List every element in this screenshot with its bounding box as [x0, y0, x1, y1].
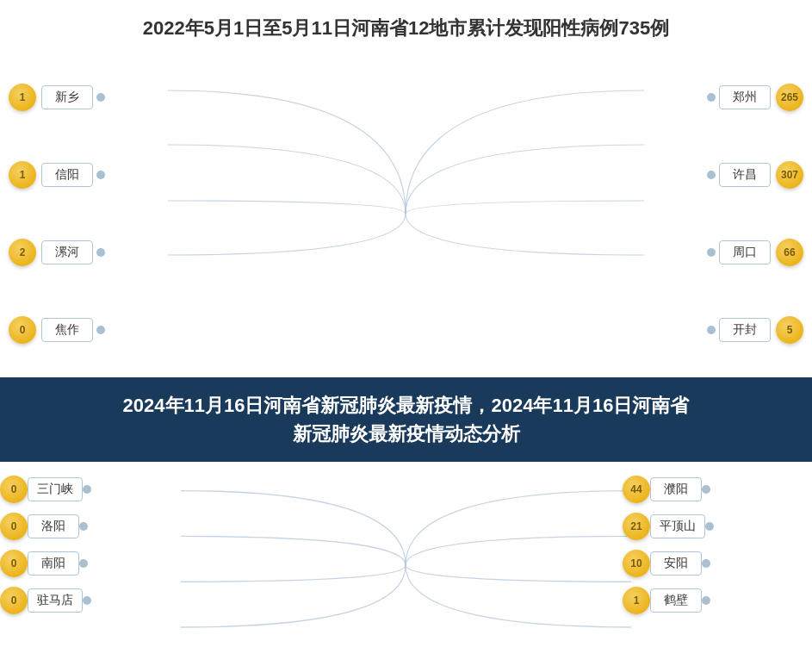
city-hebi: 鹤壁 — [650, 588, 702, 613]
dot-sanmenxia — [83, 485, 91, 494]
dot-nanyang — [79, 559, 88, 568]
node-row-luoyang: 0 洛阳 — [0, 508, 189, 544]
bottom-right-nodes: 44 濮阳 21 平顶山 10 安阳 1 鹤壁 — [623, 462, 812, 627]
circle-luoyang: 0 — [0, 513, 28, 540]
node-row-zhumadian: 0 驻马店 — [0, 582, 189, 619]
dot-puyang — [702, 485, 710, 494]
overlay-banner: 2024年11月16日河南省新冠肺炎最新疫情，2024年11月16日河南省 新冠… — [0, 377, 812, 462]
dot-kaifeng — [707, 326, 716, 334]
circle-xuchang: 307 — [776, 161, 803, 189]
bottom-left-nodes: 0 三门峡 0 洛阳 0 南阳 0 驻马店 — [0, 462, 189, 627]
node-row-zhoukou: 66 周口 — [623, 234, 812, 271]
brand-area: 央广网 — [0, 669, 812, 672]
node-row-puyang: 44 濮阳 — [623, 471, 812, 507]
city-xinyang: 信阳 — [41, 163, 93, 187]
city-jiaozuo: 焦作 — [41, 318, 93, 342]
city-nanyang: 南阳 — [28, 551, 79, 576]
node-row-nanyang: 0 南阳 — [0, 545, 189, 582]
city-zhumadian: 驻马店 — [28, 588, 83, 613]
circle-zhengzhou: 265 — [776, 84, 803, 111]
circle-pingdingshan: 21 — [623, 513, 650, 540]
node-row-anyang: 10 安阳 — [623, 545, 812, 582]
circle-nanyang: 0 — [0, 550, 28, 577]
dot-xinxiang — [96, 93, 105, 102]
top-left-nodes: 1 新乡 1 信阳 2 漯河 0 焦作 — [0, 50, 189, 377]
city-anyang: 安阳 — [650, 551, 702, 576]
circle-puyang: 44 — [623, 476, 650, 503]
city-xuchang: 许昌 — [719, 163, 771, 187]
circle-luohe: 2 — [9, 239, 36, 266]
circle-zhumadian: 0 — [0, 587, 28, 614]
circle-anyang: 10 — [623, 550, 650, 577]
circle-sanmenxia: 0 — [0, 476, 28, 503]
banner-line2: 新冠肺炎最新疫情动态分析 — [17, 420, 795, 448]
node-row-luohe: 2 漯河 — [0, 234, 189, 271]
city-zhengzhou: 郑州 — [719, 85, 771, 109]
node-row-xuchang: 307 许昌 — [623, 157, 812, 193]
circle-jiaozuo: 0 — [9, 316, 36, 344]
dot-jiaozuo — [96, 326, 105, 334]
dot-hebi — [702, 596, 710, 605]
dot-zhumadian — [83, 596, 91, 605]
city-luohe: 漯河 — [41, 240, 93, 264]
dot-xuchang — [707, 171, 716, 179]
city-zhoukou: 周口 — [719, 240, 771, 264]
node-row-hebi: 1 鹤壁 — [623, 582, 812, 619]
circle-zhoukou: 66 — [776, 239, 803, 266]
banner-line1: 2024年11月16日河南省新冠肺炎最新疫情，2024年11月16日河南省 — [17, 391, 795, 420]
circle-xinyang: 1 — [9, 161, 36, 189]
node-row-xinxiang: 1 新乡 — [0, 79, 189, 115]
city-xinxiang: 新乡 — [41, 85, 93, 109]
city-kaifeng: 开封 — [719, 318, 771, 342]
top-right-nodes: 265 郑州 307 许昌 66 周口 5 开封 — [623, 50, 812, 377]
city-puyang: 濮阳 — [650, 477, 702, 501]
dot-zhoukou — [707, 248, 716, 257]
dot-zhengzhou — [707, 93, 716, 102]
node-row-sanmenxia: 0 三门峡 — [0, 471, 189, 507]
dot-xinyang — [96, 171, 105, 179]
circle-hebi: 1 — [623, 587, 650, 614]
main-title: 2022年5月1日至5月11日河南省12地市累计发现阳性病例735例 — [0, 0, 812, 50]
dot-anyang — [702, 559, 710, 568]
node-row-xinyang: 1 信阳 — [0, 157, 189, 193]
dot-luoyang — [79, 522, 88, 531]
dot-luohe — [96, 248, 105, 257]
node-row-zhengzhou: 265 郑州 — [623, 79, 812, 115]
city-sanmenxia: 三门峡 — [28, 477, 83, 501]
circle-xinxiang: 1 — [9, 84, 36, 111]
dot-pingdingshan — [705, 522, 714, 531]
node-row-kaifeng: 5 开封 — [623, 312, 812, 348]
top-chart: 1 新乡 1 信阳 2 漯河 0 焦作 265 郑州 307 许昌 — [0, 50, 812, 377]
city-luoyang: 洛阳 — [28, 514, 79, 538]
bottom-chart: 0 三门峡 0 洛阳 0 南阳 0 驻马店 44 濮阳 21 平顶山 — [0, 462, 812, 669]
node-row-pingdingshan: 21 平顶山 — [623, 508, 812, 544]
node-row-jiaozuo: 0 焦作 — [0, 312, 189, 348]
circle-kaifeng: 5 — [776, 316, 803, 344]
city-pingdingshan: 平顶山 — [650, 514, 705, 538]
